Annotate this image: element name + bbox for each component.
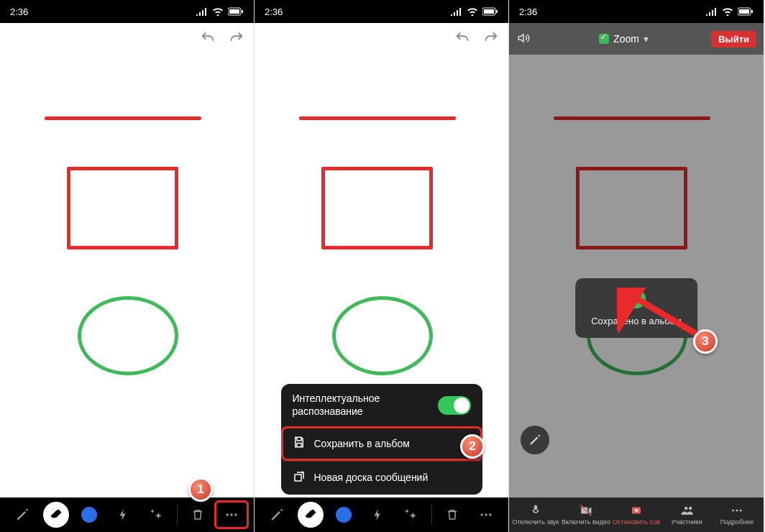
speaker-icon[interactable] — [516, 32, 536, 47]
color-picker[interactable] — [331, 502, 357, 528]
svg-rect-7 — [484, 9, 494, 14]
meeting-controls: Отключить звук Включить видео Остановить… — [509, 497, 764, 532]
label: Отключить звук — [512, 518, 559, 526]
spotlight-tool[interactable] — [365, 502, 390, 528]
redo-button[interactable] — [224, 27, 249, 49]
spotlight-tool[interactable] — [110, 502, 136, 528]
more-button[interactable] — [473, 502, 499, 528]
menu-item-save-to-album[interactable]: Сохранить в альбом — [281, 426, 482, 461]
svg-line-21 — [628, 293, 703, 338]
signal-icon — [706, 7, 718, 16]
signal-icon — [196, 7, 208, 16]
smart-tool[interactable] — [398, 502, 423, 528]
smart-recognition-toggle[interactable] — [438, 396, 471, 415]
status-bar: 2:36 — [255, 0, 508, 23]
highlight-more-button — [214, 500, 249, 529]
label: Остановить сов — [613, 518, 660, 526]
drawing-red-line — [299, 116, 456, 120]
drawing-green-ellipse — [78, 296, 178, 375]
more-menu-popup: Интеллектуальное распознавание Сохранить… — [281, 384, 482, 495]
label: Включить видео — [562, 518, 610, 526]
menu-label: Сохранить в альбом — [314, 438, 410, 451]
menu-label: Новая доска сообщений — [314, 472, 429, 485]
more-controls-button[interactable]: Подробнее — [712, 504, 762, 526]
pen-tool[interactable] — [264, 502, 290, 528]
color-picker[interactable] — [76, 502, 102, 528]
svg-rect-13 — [739, 9, 749, 14]
undo-button[interactable] — [449, 27, 475, 49]
phone-screenshot-3: 2:36 Zoom ▾ Выйти ✓ — [509, 0, 764, 532]
smart-tool[interactable] — [143, 502, 169, 528]
wifi-icon — [722, 7, 733, 16]
svg-point-20 — [740, 510, 742, 512]
video-button[interactable]: Включить видео — [561, 504, 611, 526]
annotate-fab[interactable] — [521, 426, 549, 454]
toolbar-divider — [431, 505, 432, 525]
dim-overlay — [509, 23, 764, 497]
leave-meeting-button[interactable]: Выйти — [711, 31, 756, 47]
svg-rect-2 — [242, 10, 243, 13]
meeting-title: Zoom — [613, 33, 639, 45]
chevron-down-icon[interactable]: ▾ — [643, 33, 649, 45]
drawing-red-rectangle — [67, 167, 178, 249]
signal-icon — [451, 7, 462, 16]
step-badge-1: 1 — [188, 477, 213, 502]
toolbar-divider — [177, 505, 178, 525]
new-board-icon — [293, 470, 306, 487]
eraser-tool[interactable] — [298, 502, 324, 528]
color-swatch-blue — [81, 507, 97, 523]
wifi-icon — [467, 7, 478, 16]
drawing-red-rectangle — [321, 167, 433, 249]
undo-button[interactable] — [195, 27, 221, 49]
mute-button[interactable]: Отключить звук — [510, 504, 561, 526]
step-badge-3: 3 — [693, 329, 718, 354]
svg-rect-8 — [496, 10, 498, 13]
svg-point-10 — [485, 513, 487, 515]
status-time: 2:36 — [265, 6, 283, 17]
stop-share-button[interactable]: Остановить сов — [611, 504, 661, 526]
svg-point-11 — [489, 513, 491, 515]
svg-rect-14 — [751, 10, 753, 13]
svg-rect-17 — [635, 510, 638, 512]
whiteboard-canvas: Zoom ▾ Выйти ✓ Сохранено в альбом — [509, 23, 764, 497]
trash-button[interactable] — [185, 502, 211, 528]
status-time: 2:36 — [519, 6, 537, 17]
pen-tool[interactable] — [9, 502, 35, 528]
color-swatch-blue — [336, 507, 352, 523]
zoom-meeting-header: Zoom ▾ Выйти — [509, 23, 764, 55]
label: Подробнее — [720, 518, 754, 526]
phone-screenshot-1: 2:36 1 — [0, 0, 255, 532]
label: Участники — [672, 518, 702, 526]
status-bar: 2:36 — [509, 0, 764, 23]
svg-point-9 — [480, 513, 482, 515]
battery-icon — [738, 7, 753, 16]
encryption-shield-icon — [599, 34, 609, 44]
wifi-icon — [212, 7, 224, 16]
status-bar: 2:36 — [0, 0, 254, 23]
participants-button[interactable]: Участники — [661, 504, 712, 526]
svg-point-19 — [736, 510, 738, 512]
eraser-tool[interactable] — [43, 502, 69, 528]
step-badge-2: 2 — [460, 434, 485, 459]
svg-point-18 — [732, 510, 734, 512]
battery-icon — [228, 7, 244, 16]
save-icon — [293, 436, 306, 452]
phone-screenshot-2: 2:36 — [255, 0, 509, 532]
svg-rect-1 — [229, 9, 239, 14]
redo-button[interactable] — [478, 27, 504, 49]
drawing-red-line — [45, 116, 201, 120]
menu-item-smart-recognition[interactable]: Интеллектуальное распознавание — [281, 384, 482, 426]
menu-label: Интеллектуальное распознавание — [293, 393, 431, 418]
battery-icon — [482, 7, 498, 16]
trash-button[interactable] — [439, 502, 465, 528]
menu-item-new-whiteboard[interactable]: Новая доска сообщений — [281, 461, 482, 495]
whiteboard-canvas[interactable] — [0, 23, 254, 497]
status-time: 2:36 — [10, 6, 28, 17]
drawing-green-ellipse — [332, 296, 433, 375]
annotation-toolbar — [255, 497, 508, 532]
